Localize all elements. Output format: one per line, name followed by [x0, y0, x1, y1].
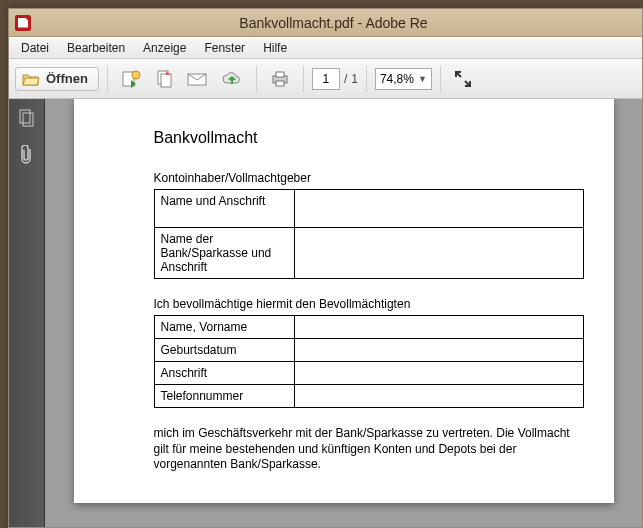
separator — [256, 66, 257, 92]
content-area: Bankvollmacht Kontoinhaber/Vollmachtgebe… — [9, 99, 642, 527]
titlebar: Bankvollmacht.pdf - Adobe Re — [9, 9, 642, 37]
svg-rect-3 — [161, 74, 171, 87]
doc-title: Bankvollmacht — [154, 129, 584, 147]
open-label: Öffnen — [46, 71, 88, 86]
table-row: Name, Vorname — [154, 316, 583, 339]
save-button[interactable] — [150, 65, 178, 93]
chevron-down-icon: ▼ — [418, 74, 427, 84]
cloud-up-icon — [221, 71, 243, 87]
svg-rect-8 — [20, 110, 30, 123]
cell-value — [294, 362, 583, 385]
email-button[interactable] — [182, 65, 212, 93]
table-account-holder: Name und Anschrift Name der Bank/Sparkas… — [154, 189, 584, 279]
cell-label: Name, Vorname — [154, 316, 294, 339]
print-button[interactable] — [265, 65, 295, 93]
menubar: Datei Bearbeiten Anzeige Fenster Hilfe — [9, 37, 642, 59]
table-authorized-person: Name, Vorname Geburtsdatum Anschrift Tel… — [154, 315, 584, 408]
fullscreen-button[interactable] — [449, 65, 477, 93]
menu-edit[interactable]: Bearbeiten — [59, 39, 133, 57]
cloud-upload-button[interactable] — [216, 65, 248, 93]
pdf-app-icon — [15, 15, 31, 31]
window-title: Bankvollmacht.pdf - Adobe Re — [31, 15, 636, 31]
page-sep: / — [344, 72, 347, 86]
cell-label: Anschrift — [154, 362, 294, 385]
section1-label: Kontoinhaber/Vollmachtgeber — [154, 171, 584, 185]
toolbar: Öffnen / 1 74,8% ▼ — [9, 59, 642, 99]
thumbnails-icon[interactable] — [19, 109, 35, 127]
cell-label: Name und Anschrift — [154, 190, 294, 228]
cell-value — [294, 385, 583, 408]
table-row: Telefonnummer — [154, 385, 583, 408]
cell-label: Telefonnummer — [154, 385, 294, 408]
doc-copy-icon — [155, 70, 173, 88]
cell-value — [294, 316, 583, 339]
separator — [303, 66, 304, 92]
page-convert-icon — [121, 70, 141, 88]
page-total: 1 — [351, 72, 358, 86]
pdf-viewer[interactable]: Bankvollmacht Kontoinhaber/Vollmachtgebe… — [45, 99, 642, 527]
cell-label: Name der Bank/Sparkasse und Anschrift — [154, 228, 294, 279]
menu-view[interactable]: Anzeige — [135, 39, 194, 57]
separator — [366, 66, 367, 92]
cell-value — [294, 190, 583, 228]
zoom-select[interactable]: 74,8% ▼ — [375, 68, 432, 90]
printer-icon — [270, 70, 290, 88]
zoom-value: 74,8% — [380, 72, 414, 86]
svg-rect-7 — [276, 81, 284, 86]
pdf-page: Bankvollmacht Kontoinhaber/Vollmachtgebe… — [74, 99, 614, 503]
create-pdf-button[interactable] — [116, 65, 146, 93]
menu-window[interactable]: Fenster — [196, 39, 253, 57]
open-button[interactable]: Öffnen — [15, 67, 99, 91]
svg-point-1 — [132, 71, 140, 79]
table-row: Name und Anschrift — [154, 190, 583, 228]
table-row: Name der Bank/Sparkasse und Anschrift — [154, 228, 583, 279]
attachments-icon[interactable] — [20, 145, 34, 165]
page-nav: / 1 — [312, 68, 358, 90]
cell-label: Geburtsdatum — [154, 339, 294, 362]
section2-label: Ich bevollmächtige hiermit den Bevollmäc… — [154, 297, 584, 311]
separator — [107, 66, 108, 92]
table-row: Anschrift — [154, 362, 583, 385]
folder-open-icon — [22, 71, 40, 87]
mail-icon — [187, 71, 207, 87]
cell-value — [294, 339, 583, 362]
expand-icon — [454, 70, 472, 88]
menu-file[interactable]: Datei — [13, 39, 57, 57]
menu-help[interactable]: Hilfe — [255, 39, 295, 57]
page-current-input[interactable] — [312, 68, 340, 90]
side-panel — [9, 99, 45, 527]
table-row: Geburtsdatum — [154, 339, 583, 362]
doc-paragraph: mich im Geschäftsverkehr mit der Bank/Sp… — [154, 426, 584, 473]
separator — [440, 66, 441, 92]
cell-value — [294, 228, 583, 279]
svg-rect-6 — [276, 72, 284, 77]
app-window: Bankvollmacht.pdf - Adobe Re Datei Bearb… — [8, 8, 643, 528]
svg-rect-9 — [23, 113, 33, 126]
